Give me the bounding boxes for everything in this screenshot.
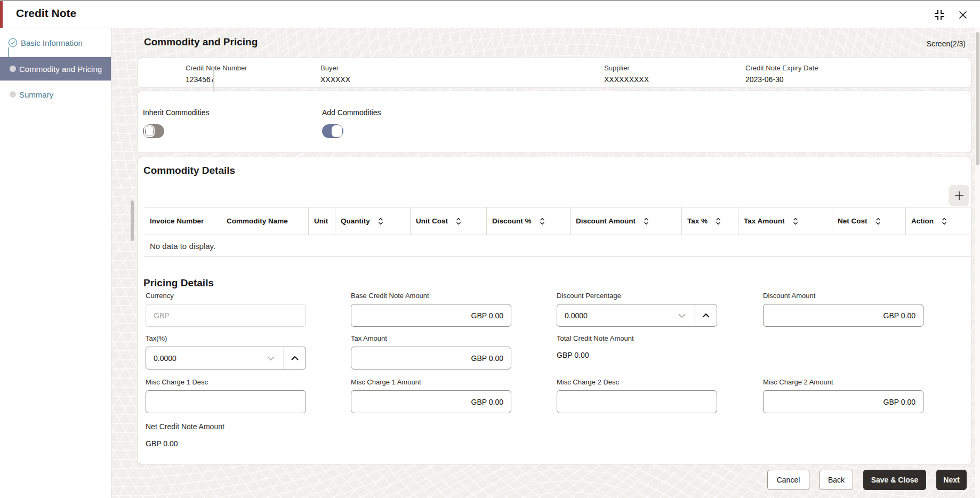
tax-percent-stepper [146, 347, 306, 370]
column-label: Discount % [492, 217, 532, 225]
step-label: Basic Information [21, 38, 83, 47]
brand-accent-bar [0, 1, 3, 28]
discount-percentage-stepper [557, 304, 717, 327]
toggle-label: Inherit Commodities [143, 108, 210, 117]
panel-scrollbar-thumb[interactable] [131, 200, 134, 241]
summary-field-buyer: Buyer XXXXXX [320, 58, 350, 84]
title-bar: Credit Note [0, 1, 980, 28]
sort-icon [377, 217, 384, 226]
step-completed-icon [8, 38, 18, 47]
misc-charge-2-amount-field: Misc Charge 2 Amount [763, 378, 923, 413]
tax-percent-increment-button[interactable] [284, 347, 306, 369]
add-commodities-toggle[interactable] [322, 124, 343, 138]
field-label: Misc Charge 2 Desc [557, 378, 717, 386]
restore-window-button[interactable] [932, 7, 947, 22]
sort-icon [539, 217, 545, 226]
column-label: Commodity Name [227, 217, 288, 225]
tax-percent-decrement-button[interactable] [262, 347, 280, 369]
sidebar-divider [0, 108, 111, 108]
commodity-table-header: Invoice Number Commodity Name Unit Quant… [144, 207, 971, 235]
base-credit-note-amount-input[interactable] [351, 304, 511, 327]
tax-amount-field: Tax Amount [351, 334, 511, 370]
column-header-quantity[interactable]: Quantity [335, 207, 410, 235]
commodity-table: Invoice Number Commodity Name Unit Quant… [144, 207, 971, 257]
column-label: Action [911, 217, 934, 225]
column-header-discount-amount[interactable]: Discount Amount [570, 207, 681, 235]
page-scrollbar-track[interactable] [975, 28, 980, 498]
toggle-label: Add Commodities [322, 108, 381, 117]
field-label: Discount Percentage [557, 292, 717, 300]
column-header-unit-cost[interactable]: Unit Cost [410, 207, 486, 235]
cancel-button[interactable]: Cancel [767, 470, 809, 490]
back-button[interactable]: Back [820, 470, 853, 490]
summary-field-supplier: Supplier XXXXXXXXX [604, 58, 649, 84]
step-label: Summary [19, 90, 53, 99]
wizard-sidebar: Basic Information Commodity and Pricing … [0, 28, 111, 498]
misc-charge-1-amount-input[interactable] [351, 390, 511, 413]
field-label: Credit Note Expiry Date [745, 64, 818, 72]
plus-icon [953, 189, 966, 202]
column-label: Tax Amount [744, 217, 785, 225]
field-label: Net Credit Note Amount [146, 422, 306, 431]
save-and-close-button[interactable]: Save & Close [863, 470, 926, 490]
step-upcoming-dot-icon [10, 91, 16, 98]
tax-amount-input[interactable] [351, 347, 511, 370]
inherit-commodities-toggle[interactable] [143, 124, 164, 138]
misc-charge-2-desc-input[interactable] [557, 390, 717, 413]
step-summary[interactable]: Summary [0, 84, 111, 105]
chevron-up-icon [702, 313, 710, 318]
column-label: Invoice Number [150, 217, 204, 225]
toggle-knob [144, 125, 155, 137]
column-header-net-cost[interactable]: Net Cost [832, 207, 905, 235]
next-button[interactable]: Next [936, 470, 967, 490]
field-value: XXXXXX [320, 75, 350, 84]
window-actions [932, 7, 969, 22]
column-label: Quantity [341, 217, 370, 225]
discount-percentage-decrement-button[interactable] [673, 304, 691, 326]
field-label: Credit Note Number [186, 64, 247, 72]
field-label: Misc Charge 1 Amount [351, 378, 511, 386]
discount-percentage-increment-button[interactable] [695, 304, 717, 326]
tax-percent-input[interactable] [146, 347, 306, 369]
currency-field: Currency [146, 292, 306, 327]
add-commodity-row-button[interactable] [949, 185, 969, 206]
commodity-and-pricing-card: Commodity Details Invoice Number Commodi… [137, 157, 971, 464]
step-basic-information[interactable]: Basic Information [0, 32, 111, 53]
misc-charge-2-amount-input[interactable] [763, 390, 923, 413]
add-commodities-group: Add Commodities [322, 108, 381, 138]
column-label: Net Cost [838, 217, 867, 225]
page-scrollbar-thumb[interactable] [976, 32, 979, 165]
sort-icon [941, 217, 947, 226]
column-header-tax-amount[interactable]: Tax Amount [738, 207, 832, 235]
field-label: Base Credit Note Amount [351, 292, 511, 300]
field-label: Tax Amount [351, 334, 511, 342]
toggle-knob [332, 125, 342, 137]
net-credit-note-amount-value: GBP 0.00 [146, 439, 306, 448]
sort-icon [715, 217, 721, 226]
field-label: Misc Charge 2 Amount [763, 378, 923, 386]
discount-amount-field: Discount Amount [763, 292, 923, 327]
screen-heading: Commodity and Pricing [144, 36, 258, 48]
step-active-dot-icon [10, 66, 16, 72]
field-label: Tax(%) [146, 334, 306, 342]
screen-indicator: Screen(2/3) [927, 39, 966, 48]
step-label: Commodity and Pricing [19, 65, 102, 74]
field-label: Buyer [320, 64, 350, 72]
column-header-action[interactable]: Action [905, 207, 971, 235]
column-label: Unit Cost [416, 217, 448, 225]
credit-note-window: Credit Note Basic Information [0, 0, 980, 498]
field-value: XXXXXXXXX [604, 75, 649, 84]
close-button[interactable] [957, 9, 969, 21]
step-commodity-and-pricing[interactable]: Commodity and Pricing [0, 57, 111, 81]
discount-amount-input[interactable] [763, 304, 923, 327]
field-label: Misc Charge 1 Desc [146, 378, 306, 386]
column-header-discount-percent[interactable]: Discount % [486, 207, 570, 235]
step-connector-line [213, 68, 214, 92]
column-label: Unit [314, 217, 328, 225]
misc-charge-1-desc-input[interactable] [146, 390, 306, 413]
pricing-details-title: Pricing Details [143, 277, 214, 289]
field-label: Total Credit Note Amount [557, 334, 717, 342]
discount-percentage-input[interactable] [557, 304, 717, 326]
column-header-tax-percent[interactable]: Tax % [681, 207, 738, 235]
field-label: Supplier [604, 64, 649, 72]
